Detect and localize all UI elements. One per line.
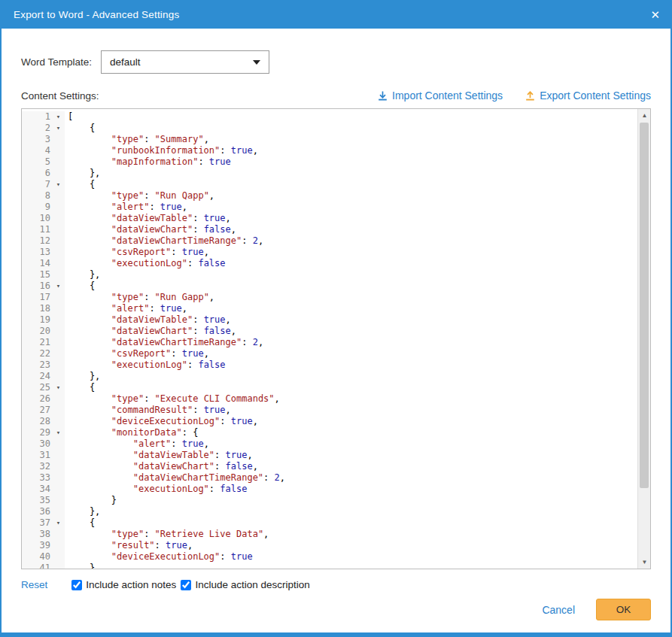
code-line: 3 "type": "Summary",: [22, 134, 637, 145]
code-line: 35 }: [22, 495, 637, 506]
dialog-footer: Cancel OK: [21, 599, 651, 620]
word-template-select[interactable]: default: [101, 50, 269, 74]
ok-button[interactable]: OK: [596, 599, 651, 620]
line-number: 12: [22, 235, 52, 247]
fold-spacer: [52, 405, 65, 416]
code-line: 17 "type": "Run Gapp",: [22, 292, 637, 303]
fold-arrow-icon[interactable]: ▾: [52, 382, 65, 393]
code-text: {: [65, 179, 637, 190]
content-settings-links: Import Content Settings Export Content S…: [378, 89, 651, 102]
code-line: 5 "mapInformation": true: [22, 156, 637, 168]
fold-arrow-icon[interactable]: ▾: [52, 179, 65, 190]
fold-arrow-icon[interactable]: ▾: [52, 111, 65, 123]
fold-spacer: [52, 292, 65, 303]
line-number: 33: [22, 472, 52, 484]
line-number: 38: [22, 529, 52, 540]
fold-arrow-icon[interactable]: ▾: [52, 517, 65, 529]
line-number: 16: [22, 281, 52, 292]
code-text: "executionLog": false: [65, 359, 637, 371]
code-line: 37▾ {: [22, 517, 637, 529]
fold-spacer: [52, 314, 65, 326]
cancel-button[interactable]: Cancel: [542, 604, 575, 616]
line-number: 6: [22, 168, 52, 179]
line-number: 28: [22, 416, 52, 427]
code-line: 34 "executionLog": false: [22, 484, 637, 495]
word-template-label: Word Template:: [21, 56, 92, 68]
content-settings-editor[interactable]: 1▾[2▾ {3 "type": "Summary",4 "runbookInf…: [21, 108, 651, 569]
line-number: 18: [22, 303, 52, 314]
export-upload-icon: [525, 91, 535, 101]
code-line: 1▾[: [22, 111, 637, 123]
fold-spacer: [52, 438, 65, 450]
scrollbar-thumb[interactable]: [640, 123, 649, 488]
fold-arrow-icon[interactable]: ▾: [52, 281, 65, 292]
code-line: 25▾ {: [22, 382, 637, 393]
code-text: "monitorData": {: [65, 427, 637, 438]
code-line: 21 "dataViewChartTimeRange": 2,: [22, 337, 637, 348]
line-number: 40: [22, 551, 52, 563]
code-text: "dataViewChart": false,: [65, 326, 637, 337]
code-text: "executionLog": false: [65, 258, 637, 269]
fold-spacer: [52, 348, 65, 359]
fold-spacer: [52, 472, 65, 484]
code-line: 15 },: [22, 269, 637, 281]
line-number: 4: [22, 145, 52, 156]
code-line: 19 "dataViewTable": true,: [22, 314, 637, 326]
code-line: 26 "type": "Execute CLI Commands",: [22, 393, 637, 405]
code-text: "type": "Run Qapp",: [65, 190, 637, 202]
fold-spacer: [52, 393, 65, 405]
options-row: Reset Include action notes Include actio…: [21, 579, 651, 590]
fold-spacer: [52, 506, 65, 517]
fold-spacer: [52, 450, 65, 461]
content-settings-label: Content Settings:: [21, 90, 99, 102]
line-number: 2: [22, 123, 52, 134]
word-template-row: Word Template: default: [21, 50, 651, 74]
line-number: 20: [22, 326, 52, 337]
code-text: },: [65, 506, 637, 517]
line-number: 31: [22, 450, 52, 461]
code-text: "dataViewChartTimeRange": 2,: [65, 235, 637, 247]
fold-arrow-icon[interactable]: ▾: [52, 123, 65, 134]
code-lines[interactable]: 1▾[2▾ {3 "type": "Summary",4 "runbookInf…: [22, 109, 637, 569]
code-text: "dataViewTable": true,: [65, 314, 637, 326]
code-line: 33 "dataViewChartTimeRange": 2,: [22, 472, 637, 484]
code-text: }: [65, 495, 637, 506]
vertical-scrollbar[interactable]: ▲ ▼: [637, 109, 650, 569]
fold-spacer: [52, 529, 65, 540]
reset-link[interactable]: Reset: [21, 579, 47, 590]
import-download-icon: [378, 91, 388, 101]
fold-spacer: [52, 416, 65, 427]
line-number: 5: [22, 156, 52, 168]
code-line: 2▾ {: [22, 123, 637, 134]
line-number: 10: [22, 213, 52, 224]
fold-spacer: [52, 484, 65, 495]
word-template-selected-value: default: [110, 56, 141, 68]
code-line: 36 },: [22, 506, 637, 517]
dialog-title-bar: Export to Word - Advanced Settings ✕: [2, 0, 670, 29]
include-action-notes-checkbox[interactable]: [71, 580, 82, 590]
fold-spacer: [52, 551, 65, 563]
line-number: 29: [22, 427, 52, 438]
fold-spacer: [52, 247, 65, 258]
scroll-down-icon[interactable]: ▼: [638, 556, 651, 569]
fold-spacer: [52, 168, 65, 179]
line-number: 13: [22, 247, 52, 258]
line-number: 9: [22, 202, 52, 213]
close-icon[interactable]: ✕: [650, 9, 660, 20]
code-text: },: [65, 563, 637, 569]
code-text: "alert": true,: [65, 438, 637, 450]
include-action-notes-option: Include action notes: [71, 579, 176, 590]
code-line: 12 "dataViewChartTimeRange": 2,: [22, 235, 637, 247]
code-line: 9 "alert": true,: [22, 202, 637, 213]
import-content-settings-link[interactable]: Import Content Settings: [378, 89, 503, 102]
code-line: 10 "dataViewTable": true,: [22, 213, 637, 224]
include-action-description-label: Include action description: [195, 579, 309, 590]
fold-arrow-icon[interactable]: ▾: [52, 427, 65, 438]
include-action-description-checkbox[interactable]: [181, 580, 191, 590]
code-text: "runbookInformation": true,: [65, 145, 637, 156]
code-text: "type": "Summary",: [65, 134, 637, 145]
export-content-settings-link[interactable]: Export Content Settings: [525, 89, 651, 102]
scroll-up-icon[interactable]: ▲: [638, 109, 651, 122]
line-number: 8: [22, 190, 52, 202]
line-number: 21: [22, 337, 52, 348]
